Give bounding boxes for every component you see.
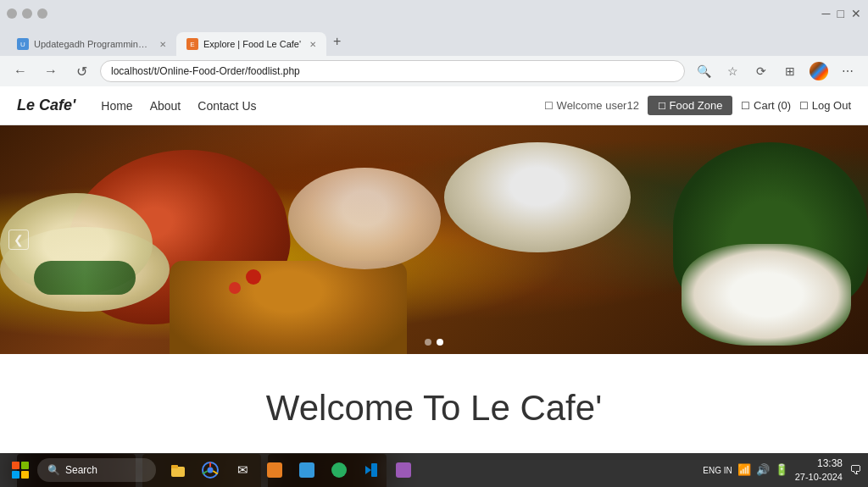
food-bread-decoration: [170, 261, 407, 354]
battery-icon[interactable]: 🔋: [775, 463, 788, 476]
nav-home[interactable]: Home: [101, 99, 132, 113]
system-icons: ENG IN 📶 🔊 🔋: [703, 463, 787, 476]
nav-right: ☐ Welcome user12 ☐ Food Zone ☐ Cart (0) …: [544, 96, 851, 115]
taskbar-app-orange[interactable]: [259, 455, 290, 485]
close-button[interactable]: ⠀: [7, 8, 17, 19]
green-garnish: [34, 261, 136, 295]
cart-link[interactable]: ☐ Cart (0): [741, 99, 791, 112]
language-icon: ENG IN: [703, 463, 732, 476]
chrome-icon: [202, 462, 219, 479]
taskbar: 🔍 Search ✉: [0, 453, 868, 487]
extensions-icon[interactable]: ⊞: [778, 59, 802, 83]
restore-os-icon[interactable]: □: [837, 7, 844, 20]
reload-button[interactable]: ↺: [70, 59, 93, 83]
tab1-favicon: U: [17, 38, 29, 50]
welcome-text: ☐ Welcome user12: [544, 99, 639, 112]
taskbar-app-mail[interactable]: ✉: [227, 455, 258, 485]
food-plate-center: [288, 168, 441, 269]
start-button[interactable]: [7, 457, 34, 484]
taskbar-app-extra[interactable]: [388, 455, 419, 485]
back-button[interactable]: ←: [8, 59, 32, 83]
taskbar-app-browser[interactable]: [195, 455, 225, 485]
window-controls: ⠀ ⠀ ⠀: [7, 8, 47, 19]
taskbar-app-blue[interactable]: [292, 455, 322, 485]
hero-carousel: ❮: [0, 125, 868, 354]
nav-links: Home About Contact Us: [101, 99, 544, 113]
wifi-icon[interactable]: 📶: [737, 463, 751, 476]
forward-button[interactable]: →: [39, 59, 63, 83]
website-content: Le Cafe' Home About Contact Us ☐ Welcome…: [0, 86, 868, 487]
tomato1: [246, 269, 261, 285]
new-tab-button[interactable]: +: [326, 34, 348, 49]
tab-bar: U Updategadh Programming - Up... ✕ E Exp…: [0, 27, 868, 56]
hero-image: [0, 125, 868, 354]
time-display: 13:38: [795, 457, 843, 471]
nav-contact[interactable]: Contact Us: [198, 99, 256, 113]
food-bowl-decoration: [444, 142, 631, 252]
minimize-button[interactable]: ⠀: [22, 8, 32, 19]
purple-app-icon: [396, 462, 411, 478]
windows-logo-icon: [12, 462, 29, 479]
minimize-os-icon[interactable]: ─: [822, 7, 831, 20]
svg-point-3: [208, 468, 214, 473]
svg-rect-1: [171, 465, 178, 468]
welcome-section: Welcome To Le Cafe': [0, 354, 868, 445]
logout-link[interactable]: ☐ Log Out: [799, 99, 851, 112]
taskbar-app-green[interactable]: [324, 455, 354, 485]
title-bar: ⠀ ⠀ ⠀ ─ □ ✕: [0, 0, 868, 27]
tab2-label: Explore | Food Le Cafe': [203, 39, 301, 49]
tab-2[interactable]: E Explore | Food Le Cafe' ✕: [176, 32, 326, 56]
maximize-button[interactable]: ⠀: [37, 8, 47, 19]
tab2-close-icon[interactable]: ✕: [309, 40, 316, 49]
green-app-icon: [331, 462, 347, 478]
site-nav: Le Cafe' Home About Contact Us ☐ Welcome…: [0, 86, 868, 125]
brand-logo[interactable]: Le Cafe': [17, 97, 75, 114]
indicator-2[interactable]: [437, 339, 443, 346]
carousel-indicators: [425, 339, 443, 346]
browser-chrome: ⠀ ⠀ ⠀ ─ □ ✕ U Updategadh Programming - U…: [0, 0, 868, 86]
refresh-icon[interactable]: ⟳: [749, 59, 773, 83]
taskbar-clock[interactable]: 13:38 27-10-2024: [795, 457, 843, 483]
food-zone-badge[interactable]: ☐ Food Zone: [648, 96, 733, 115]
volume-icon[interactable]: 🔊: [756, 463, 770, 476]
address-bar[interactable]: localhost/t/Online-Food-Order/foodlist.p…: [100, 60, 685, 82]
nav-about[interactable]: About: [150, 99, 181, 113]
address-bar-row: ← → ↺ localhost/t/Online-Food-Order/food…: [0, 56, 868, 86]
notification-icon[interactable]: 🗨: [849, 463, 861, 477]
svg-rect-7: [371, 463, 377, 477]
folder-icon: [170, 462, 186, 479]
taskbar-search-icon: 🔍: [47, 464, 60, 476]
taskbar-app-vscode[interactable]: [356, 455, 387, 485]
close-os-icon[interactable]: ✕: [851, 7, 861, 20]
tomato2: [229, 282, 241, 294]
indicator-1[interactable]: [425, 339, 431, 346]
tab1-close-icon[interactable]: ✕: [159, 40, 166, 49]
taskbar-right: ENG IN 📶 🔊 🔋 13:38 27-10-2024 🗨: [703, 457, 861, 483]
orange-app-icon: [267, 462, 282, 478]
taskbar-search[interactable]: 🔍 Search: [37, 458, 156, 482]
star-icon[interactable]: ☆: [721, 59, 744, 83]
welcome-title: Welcome To Le Cafe': [17, 388, 851, 429]
blue-app-icon: [299, 462, 314, 478]
profile-icon[interactable]: [807, 59, 831, 83]
tab2-favicon: E: [186, 38, 198, 50]
food-cauliflower-decoration: [682, 244, 851, 346]
address-text: localhost/t/Online-Food-Order/foodlist.p…: [111, 65, 674, 77]
taskbar-apps: ✉: [163, 455, 419, 485]
carousel-prev-button[interactable]: ❮: [8, 230, 29, 250]
toolbar-icons: 🔍 ☆ ⟳ ⊞ ⋯: [692, 59, 860, 83]
tab-1[interactable]: U Updategadh Programming - Up... ✕: [7, 32, 176, 56]
tab1-label: Updategadh Programming - Up...: [34, 39, 151, 49]
settings-icon[interactable]: ⋯: [836, 59, 860, 83]
taskbar-app-file-explorer[interactable]: [163, 455, 193, 485]
taskbar-search-text: Search: [65, 464, 97, 476]
search-toolbar-icon[interactable]: 🔍: [692, 59, 715, 83]
date-display: 27-10-2024: [795, 471, 843, 483]
vscode-icon: [364, 462, 379, 478]
